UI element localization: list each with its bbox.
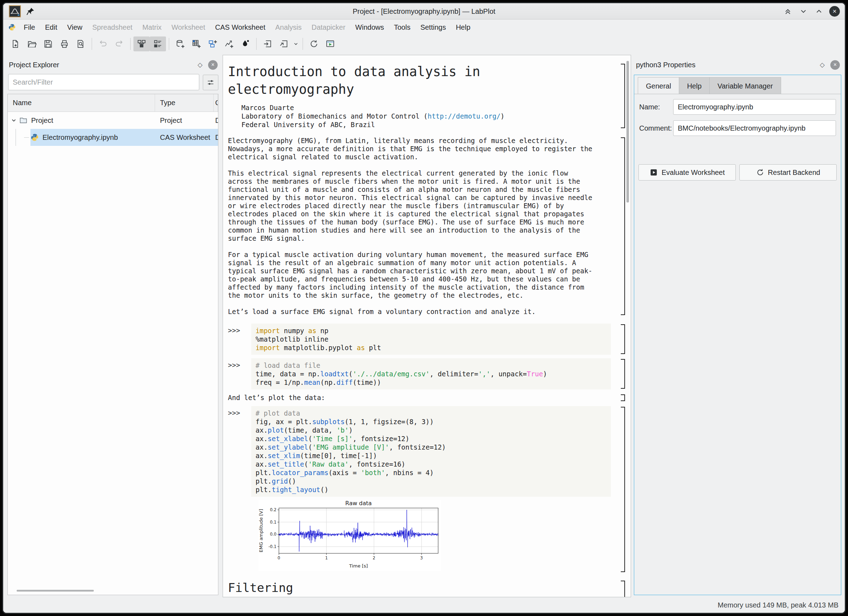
svg-text:-0.1: -0.1: [268, 544, 276, 549]
evaluate-worksheet-button[interactable]: Evaluate Worksheet: [639, 164, 736, 181]
menu-edit[interactable]: Edit: [40, 19, 62, 35]
explorer-horizontal-scrollbar[interactable]: [16, 590, 94, 592]
import-database-button[interactable]: [276, 36, 292, 51]
tab-help[interactable]: Help: [679, 77, 710, 94]
column-header-type[interactable]: Type: [155, 94, 214, 111]
svg-text:0.1: 0.1: [270, 520, 276, 525]
svg-text:0.0: 0.0: [270, 532, 276, 537]
paragraph: Electromyography (EMG), from Latin, lite…: [228, 137, 611, 161]
plot-xlabel: Time [s]: [349, 563, 368, 569]
code-editor-area[interactable]: # plot datafig, ax = plt.subplots(1, 1, …: [251, 406, 611, 497]
float-panel-icon[interactable]: ◇: [820, 61, 825, 69]
import-file-button[interactable]: [259, 36, 276, 51]
main-toolbar: [3, 35, 845, 53]
tree-item-label: Project: [31, 116, 53, 125]
save-icon: [43, 39, 53, 49]
maximize-button[interactable]: [814, 6, 824, 16]
redo-button[interactable]: [111, 36, 127, 51]
cell-bracket: [621, 407, 625, 572]
open-file-button[interactable]: [24, 36, 40, 51]
close-panel-icon[interactable]: ×: [208, 60, 218, 70]
comment-input[interactable]: BMC/notebooks/Electromyography.ipynb: [673, 120, 836, 136]
code-cell-1[interactable]: >>>import numpy as np%matplotlib inlinei…: [228, 324, 611, 355]
filter-options-button[interactable]: [203, 75, 218, 90]
menu-windows[interactable]: Windows: [350, 19, 389, 35]
search-input[interactable]: Search/Filter: [8, 74, 199, 90]
cell-bracket: [621, 64, 625, 128]
toggle-project-explorer-button[interactable]: [133, 36, 150, 51]
title-bar[interactable]: Project - [Electromyography.ipynb] — Lab…: [3, 3, 845, 19]
refresh-button[interactable]: [306, 36, 322, 51]
import-dropdown-button[interactable]: [292, 36, 300, 51]
tab-general[interactable]: General: [638, 77, 679, 94]
cell-prompt: >>>: [228, 324, 251, 355]
python-icon: [8, 23, 16, 31]
print-icon: [60, 39, 69, 49]
close-button[interactable]: ×: [829, 6, 840, 16]
code-cell-3[interactable]: >>># plot datafig, ax = plt.subplots(1, …: [228, 406, 611, 573]
cas-worksheet-document[interactable]: Introduction to data analysis in electro…: [222, 55, 631, 597]
undo-button[interactable]: [95, 36, 111, 51]
code-editor-area[interactable]: # load data filetime, data = np.loadtxt(…: [251, 358, 611, 389]
comment-field-row: Comment: BMC/notebooks/Electromyography.…: [639, 120, 836, 136]
new-matrix-button[interactable]: [188, 36, 205, 51]
new-document-icon: [11, 39, 20, 49]
print-preview-button[interactable]: [73, 36, 89, 51]
new-note-icon: [241, 39, 250, 49]
new-datapicker-button[interactable]: [221, 36, 237, 51]
tab-variable-manager[interactable]: Variable Manager: [709, 77, 781, 94]
window-controls: ×: [783, 6, 840, 16]
cell-prompt: >>>: [228, 358, 251, 389]
tree-header-row[interactable]: NameTypeC: [8, 94, 218, 112]
markdown-cell-title: Introduction to data analysis in electro…: [228, 63, 611, 129]
toolbar-separator: [302, 38, 303, 50]
svg-text:3: 3: [420, 555, 423, 560]
toolbar-separator: [92, 38, 92, 50]
print-button[interactable]: [56, 36, 73, 51]
float-panel-icon[interactable]: ◇: [197, 61, 202, 69]
menu-file[interactable]: File: [19, 19, 40, 35]
toggle-properties-button[interactable]: [150, 36, 166, 51]
python-icon: [30, 133, 39, 142]
tree-row-electromyography-ipynb[interactable]: Electromyography.ipynbCAS WorksheetD: [8, 129, 218, 146]
document-vertical-scrollbar[interactable]: [626, 61, 629, 202]
restart-backend-button[interactable]: Restart Backend: [739, 164, 837, 181]
properties-title: python3 Properties: [636, 61, 820, 69]
paragraph: Let’s load a surface EMG signal from a v…: [228, 308, 611, 316]
minimize-button[interactable]: [798, 6, 809, 16]
restart-icon: [756, 168, 765, 177]
evaluate-icon: [649, 168, 658, 177]
new-worksheet-button[interactable]: [205, 36, 221, 51]
folder-icon: [19, 116, 28, 125]
evaluate-button[interactable]: [322, 36, 338, 51]
new-matrix-icon: [192, 39, 201, 49]
new-document-button[interactable]: [7, 36, 24, 51]
expander-icon[interactable]: [10, 117, 17, 123]
menu-help[interactable]: Help: [451, 19, 475, 35]
cell-bracket: [621, 137, 625, 315]
new-note-button[interactable]: [237, 36, 254, 51]
tree-row-project[interactable]: ProjectProjectD: [8, 112, 218, 129]
column-header-c[interactable]: C: [214, 94, 218, 111]
tree-item-clipped-column: D: [214, 112, 218, 129]
menu-view[interactable]: View: [62, 19, 87, 35]
new-datapicker-icon: [224, 39, 234, 49]
code-cell-2[interactable]: >>># load data filetime, data = np.loadt…: [228, 358, 611, 389]
new-spreadsheet-button[interactable]: [172, 36, 188, 51]
markdown-cell-intro: Electromyography (EMG), from Latin, lite…: [228, 137, 611, 316]
name-input[interactable]: Electromyography.ipynb: [673, 99, 836, 115]
code-editor-area[interactable]: import numpy as np%matplotlib inlineimpo…: [251, 324, 611, 355]
menu-tools[interactable]: Tools: [389, 19, 415, 35]
menu-cas-worksheet[interactable]: CAS Worksheet: [210, 19, 270, 35]
toggle-properties-icon: [153, 39, 162, 49]
menu-worksheet: Worksheet: [167, 19, 210, 35]
new-spreadsheet-icon: [176, 39, 185, 49]
save-button[interactable]: [40, 36, 56, 51]
keep-above-button[interactable]: [783, 6, 793, 16]
notebook-title: Introduction to data analysis in electro…: [228, 63, 611, 98]
close-panel-icon[interactable]: ×: [830, 60, 840, 70]
menu-settings[interactable]: Settings: [415, 19, 451, 35]
author-line: Laboratory of Biomechanics and Motor Con…: [242, 112, 611, 120]
author-link[interactable]: http://demotu.org/: [427, 112, 500, 120]
column-header-name[interactable]: Name: [8, 94, 155, 111]
